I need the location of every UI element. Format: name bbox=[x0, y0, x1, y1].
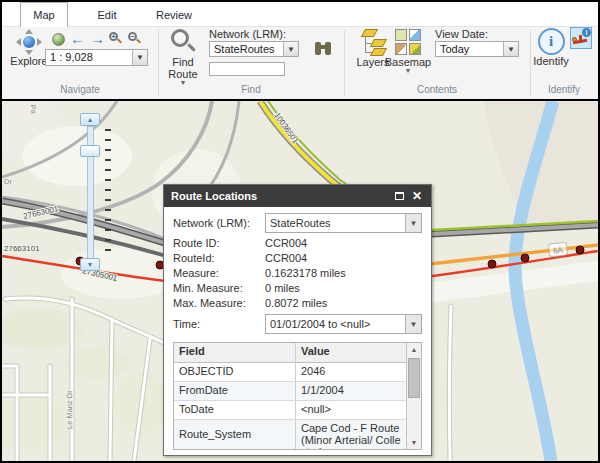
info-badge-icon: i bbox=[582, 28, 591, 37]
basemap-dropdown-caret: ▼ bbox=[405, 68, 412, 74]
cell-field: ToDate bbox=[174, 401, 296, 419]
explore-label: Explore bbox=[10, 56, 47, 67]
map-scale-dropdown-button[interactable]: ▼ bbox=[132, 50, 147, 65]
dialog-network-dropdown-button[interactable]: ▼ bbox=[405, 214, 421, 232]
identify-route-location-tool-button[interactable]: i bbox=[570, 27, 592, 49]
zoom-slider-up-button[interactable]: ▲ bbox=[80, 113, 100, 126]
explore-icon bbox=[16, 29, 42, 55]
route-locations-dialog: Route Locations ✕ Network (LRM): StateRo… bbox=[163, 184, 432, 456]
identify-label: Identify bbox=[533, 56, 568, 67]
view-date-label: View Date: bbox=[435, 28, 488, 40]
ribbon-tab-bar: Map Edit Review bbox=[2, 2, 598, 27]
basemap-button[interactable]: Basemap ▼ bbox=[386, 29, 430, 74]
route-shield: 6A bbox=[548, 242, 567, 257]
previous-extent-button[interactable]: ← bbox=[70, 32, 85, 46]
table-row[interactable]: OBJECTID 2046 bbox=[174, 363, 406, 382]
field-label: Max. Measure: bbox=[173, 297, 265, 312]
zoom-slider-ticks bbox=[105, 129, 111, 255]
table-row[interactable]: Route_System Cape Cod - F Route (Minor A… bbox=[174, 420, 406, 450]
street-label: Dr bbox=[4, 177, 12, 186]
cell-field: Route_System bbox=[174, 420, 296, 450]
dialog-time-dropdown-button[interactable]: ▼ bbox=[405, 315, 421, 333]
find-route-icon bbox=[170, 29, 196, 56]
full-extent-globe-button[interactable] bbox=[52, 33, 65, 46]
tab-edit[interactable]: Edit bbox=[84, 2, 130, 27]
contents-group-label: Contents bbox=[344, 84, 530, 95]
table-header-row: Field Value bbox=[174, 343, 406, 363]
field-label: Route ID: bbox=[173, 237, 265, 252]
street-label: Le Manz Dr bbox=[65, 390, 74, 429]
navigate-group-label: Navigate bbox=[2, 84, 158, 95]
column-header-value: Value bbox=[296, 343, 406, 362]
table-row[interactable]: ToDate <null> bbox=[174, 401, 406, 420]
search-binoculars-button[interactable] bbox=[314, 42, 332, 56]
view-date-combobox[interactable]: Today ▼ bbox=[435, 41, 519, 57]
scrollbar-thumb[interactable] bbox=[408, 358, 420, 398]
field-value: CCR004 bbox=[265, 252, 307, 267]
network-lrm-label: Network (LRM): bbox=[209, 28, 286, 40]
identify-button[interactable]: i Identify bbox=[532, 28, 570, 67]
view-date-dropdown-button[interactable]: ▼ bbox=[503, 42, 518, 56]
dialog-network-label: Network (LRM): bbox=[173, 217, 265, 229]
close-icon: ✕ bbox=[412, 190, 422, 202]
attributes-table: Field Value OBJECTID 2046 FromDate 1/1/2… bbox=[173, 342, 422, 450]
cell-value: 2046 bbox=[296, 363, 406, 381]
dialog-time-value: 01/01/2004 to <null> bbox=[266, 315, 405, 333]
dialog-title-bar[interactable]: Route Locations ✕ bbox=[164, 185, 431, 207]
map-zoom-slider: ▲ ▼ bbox=[78, 113, 114, 271]
identify-icon: i bbox=[538, 28, 565, 55]
network-lrm-dropdown-button[interactable]: ▼ bbox=[283, 42, 298, 56]
maximize-button[interactable] bbox=[392, 189, 406, 203]
map-scale-value: 1 : 9,028 bbox=[46, 50, 132, 65]
cell-field: FromDate bbox=[174, 382, 296, 400]
zoom-in-button[interactable]: + bbox=[109, 32, 122, 45]
find-route-button[interactable]: Find Route ▼ bbox=[160, 29, 206, 86]
tab-review[interactable]: Review bbox=[146, 2, 202, 27]
field-label: Measure: bbox=[173, 267, 265, 282]
network-lrm-combobox[interactable]: StateRoutes ▼ bbox=[209, 41, 299, 57]
scroll-down-icon[interactable]: ▼ bbox=[407, 436, 421, 449]
table-scrollbar[interactable]: ▲ ▼ bbox=[406, 343, 421, 449]
close-button[interactable]: ✕ bbox=[410, 189, 424, 203]
dialog-time-label: Time: bbox=[173, 318, 265, 330]
dialog-network-value: StateRoutes bbox=[266, 214, 405, 232]
zoom-slider-handle[interactable] bbox=[80, 145, 100, 157]
find-group-label: Find bbox=[158, 84, 344, 95]
layers-icon bbox=[359, 29, 387, 56]
field-value: 0.1623178 miles bbox=[265, 267, 346, 282]
dialog-network-combobox[interactable]: StateRoutes ▼ bbox=[265, 213, 422, 233]
field-value: CCR004 bbox=[265, 237, 307, 252]
ribbon-groups: Explore ← → + − 1 : 9,028 ▼ Navigate Fin… bbox=[2, 27, 598, 98]
dialog-title: Route Locations bbox=[171, 190, 388, 202]
maximize-icon bbox=[395, 192, 404, 200]
identify-group-label: Identify bbox=[530, 84, 598, 95]
column-header-field: Field bbox=[174, 343, 296, 362]
cell-value: <null> bbox=[296, 401, 406, 419]
network-lrm-value: StateRoutes bbox=[210, 42, 283, 56]
table-row[interactable]: FromDate 1/1/2004 bbox=[174, 382, 406, 401]
cell-field: OBJECTID bbox=[174, 363, 296, 381]
ribbon: Map Edit Review Explore ← → + − bbox=[2, 2, 598, 99]
scroll-up-icon[interactable]: ▲ bbox=[407, 343, 421, 356]
dialog-body: Network (LRM): StateRoutes ▼ Route ID:CC… bbox=[164, 207, 431, 450]
field-label: RouteId: bbox=[173, 252, 265, 267]
cell-value: Cape Cod - F Route (Minor Arterial/ Coll… bbox=[296, 420, 406, 450]
tab-map[interactable]: Map bbox=[20, 2, 68, 27]
app-window: Map Edit Review Explore ← → + − bbox=[0, 0, 600, 463]
cell-value: 1/1/2004 bbox=[296, 382, 406, 400]
view-date-value: Today bbox=[436, 42, 503, 56]
find-route-label-1: Find bbox=[172, 57, 193, 68]
dialog-time-combobox[interactable]: 01/01/2004 to <null> ▼ bbox=[265, 314, 422, 334]
svg-text:6A: 6A bbox=[553, 245, 564, 255]
zoom-slider-down-button[interactable]: ▼ bbox=[80, 258, 100, 271]
next-extent-button[interactable]: → bbox=[90, 32, 105, 46]
zoom-out-button[interactable]: − bbox=[128, 32, 141, 45]
route-search-input[interactable] bbox=[209, 62, 285, 76]
field-value: 0.8072 miles bbox=[265, 297, 327, 312]
basemap-icon bbox=[395, 29, 422, 56]
field-value: 0 miles bbox=[265, 282, 300, 297]
route-label: 27663101 bbox=[4, 244, 40, 253]
map-scale-combobox[interactable]: 1 : 9,028 ▼ bbox=[45, 49, 148, 66]
field-label: Min. Measure: bbox=[173, 282, 265, 297]
map-canvas[interactable]: 6A 27663001 27663101 27305001 10036501 L… bbox=[2, 101, 598, 461]
